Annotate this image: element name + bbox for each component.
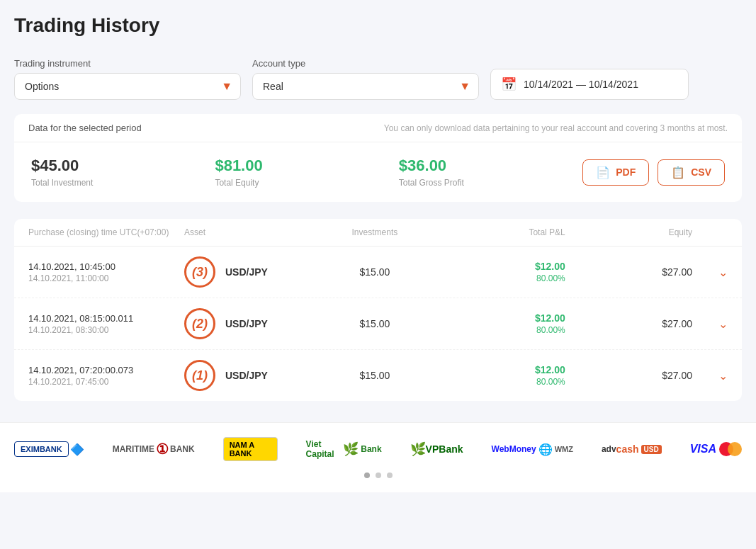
trading-instrument-select-wrapper[interactable]: Options ▼ bbox=[14, 73, 241, 100]
expand-cell-3[interactable]: ⌄ bbox=[692, 266, 728, 279]
expand-cell-2[interactable]: ⌄ bbox=[692, 317, 728, 331]
time-cell-2: 14.10.2021, 08:15:00.011 14.10.2021, 08:… bbox=[28, 313, 184, 335]
page-title: Trading History bbox=[14, 14, 742, 37]
pl-value-1: $12.00 bbox=[535, 364, 565, 375]
carousel-dot-3[interactable] bbox=[387, 472, 393, 478]
pl-pct-2: 80.00% bbox=[536, 325, 565, 335]
summary-header-note: You can only download data pertaining to… bbox=[384, 123, 728, 133]
table-row: 14.10.2021, 07:20:00.073 14.10.2021, 07:… bbox=[14, 350, 742, 401]
time-cell-3: 14.10.2021, 10:45:00 14.10.2021, 11:00:0… bbox=[28, 261, 184, 283]
total-equity-value: $81.00 bbox=[215, 157, 398, 175]
summary-header: Data for the selected period You can onl… bbox=[14, 114, 742, 142]
date-range-picker[interactable]: 📅 10/14/2021 — 10/14/2021 bbox=[490, 69, 689, 100]
pl-value-2: $12.00 bbox=[535, 312, 565, 324]
asset-name-1: USD/JPY bbox=[225, 370, 268, 381]
equity-cell-1: $27.00 bbox=[565, 370, 692, 381]
vpbank-logo: 🌿 VPBank bbox=[410, 441, 463, 457]
asset-name-3: USD/JPY bbox=[225, 266, 268, 278]
equity-cell-3: $27.00 bbox=[565, 266, 692, 278]
date-range-text: 10/14/2021 — 10/14/2021 bbox=[524, 79, 638, 90]
pl-pct-3: 80.00% bbox=[536, 273, 565, 283]
namabank-logo: NAM A BANK bbox=[223, 437, 278, 461]
vpbank-leaf-icon: 🌿 bbox=[410, 441, 426, 457]
account-type-label: Account type bbox=[252, 58, 479, 69]
visa-mastercard-logo: VISA bbox=[690, 442, 742, 456]
payment-logos: EXIMBANK 🔷 MARITIME ① BANK NAM A BANK Vi… bbox=[14, 437, 742, 461]
maritime-icon: ① bbox=[156, 441, 169, 458]
col-time: Purchase (closing) time UTC(+07:00) bbox=[28, 227, 184, 237]
asset-cell-1: (1) USD/JPY bbox=[184, 360, 311, 391]
table-header: Purchase (closing) time UTC(+07:00) Asse… bbox=[14, 219, 742, 247]
time-close-1: 14.10.2021, 07:45:00 bbox=[28, 377, 184, 387]
carousel-dots bbox=[14, 472, 742, 478]
total-investment-label: Total Investment bbox=[31, 178, 215, 188]
calendar-icon: 📅 bbox=[501, 77, 517, 92]
time-open-1: 14.10.2021, 07:20:00.073 bbox=[28, 365, 184, 375]
summary-section: Data for the selected period You can onl… bbox=[14, 114, 742, 202]
date-range-filter: 📅 10/14/2021 — 10/14/2021 bbox=[490, 54, 689, 100]
eximbank-icon: 🔷 bbox=[70, 443, 84, 456]
trading-instrument-label: Trading instrument bbox=[14, 58, 241, 69]
summary-body: $45.00 Total Investment $81.00 Total Equ… bbox=[14, 142, 742, 202]
trade-badge-1: (1) bbox=[184, 360, 215, 391]
chevron-down-icon[interactable]: ⌄ bbox=[718, 317, 728, 331]
trade-badge-3: (3) bbox=[184, 256, 215, 288]
time-open-2: 14.10.2021, 08:15:00.011 bbox=[28, 313, 184, 324]
total-gross-profit-metric: $36.00 Total Gross Profit bbox=[399, 157, 582, 188]
trade-badge-2: (2) bbox=[184, 308, 215, 339]
equity-cell-2: $27.00 bbox=[565, 318, 692, 329]
col-expand bbox=[692, 227, 728, 237]
time-cell-1: 14.10.2021, 07:20:00.073 14.10.2021, 07:… bbox=[28, 365, 184, 387]
expand-cell-1[interactable]: ⌄ bbox=[692, 369, 728, 383]
trading-instrument-filter: Trading instrument Options ▼ bbox=[14, 58, 241, 100]
eximbank-logo: EXIMBANK 🔷 bbox=[14, 441, 84, 457]
webmoney-logo: WebMoney 🌐 WMZ bbox=[492, 443, 573, 456]
asset-cell-3: (3) USD/JPY bbox=[184, 256, 311, 288]
webmoney-icon: 🌐 bbox=[538, 443, 553, 456]
export-csv-button[interactable]: 📋 CSV bbox=[658, 159, 725, 186]
total-gross-profit-label: Total Gross Profit bbox=[399, 178, 582, 188]
total-equity-label: Total Equity bbox=[215, 178, 398, 188]
investments-cell-3: $15.00 bbox=[311, 266, 438, 278]
account-type-select-wrapper[interactable]: Real ▼ bbox=[252, 73, 479, 100]
summary-actions: 📄 PDF 📋 CSV bbox=[582, 159, 725, 186]
col-total-pl: Total P&L bbox=[439, 227, 565, 237]
asset-cell-2: (2) USD/JPY bbox=[184, 308, 311, 339]
asset-name-2: USD/JPY bbox=[225, 318, 268, 329]
advcash-usd-badge: USD bbox=[641, 445, 662, 454]
pl-pct-1: 80.00% bbox=[536, 377, 565, 387]
filters-row: Trading instrument Options ▼ Account typ… bbox=[14, 54, 742, 100]
vietcapital-logo: Viet Capital 🌿 Bank bbox=[306, 439, 382, 459]
investments-cell-2: $15.00 bbox=[311, 318, 438, 329]
carousel-dot-1[interactable] bbox=[364, 472, 370, 478]
time-close-3: 14.10.2021, 11:00:00 bbox=[28, 273, 184, 283]
visa-logo: VISA bbox=[690, 443, 716, 455]
time-open-3: 14.10.2021, 10:45:00 bbox=[28, 261, 184, 272]
pl-cell-3: $12.00 80.00% bbox=[439, 261, 565, 283]
account-type-select[interactable]: Real bbox=[252, 73, 479, 100]
csv-icon: 📋 bbox=[671, 166, 685, 179]
col-asset: Asset bbox=[184, 227, 311, 237]
total-gross-profit-value: $36.00 bbox=[399, 157, 582, 175]
col-investments: Investments bbox=[311, 227, 438, 237]
pl-cell-1: $12.00 80.00% bbox=[439, 364, 565, 387]
trading-instrument-select[interactable]: Options bbox=[14, 73, 241, 100]
col-equity: Equity bbox=[565, 227, 692, 237]
account-type-filter: Account type Real ▼ bbox=[252, 58, 479, 100]
table-section: Purchase (closing) time UTC(+07:00) Asse… bbox=[14, 219, 742, 401]
table-row: 14.10.2021, 10:45:00 14.10.2021, 11:00:0… bbox=[14, 247, 742, 298]
vietcapital-icon: 🌿 bbox=[343, 441, 359, 457]
chevron-down-icon[interactable]: ⌄ bbox=[718, 266, 728, 279]
chevron-down-icon[interactable]: ⌄ bbox=[718, 369, 728, 383]
pdf-icon: 📄 bbox=[596, 166, 610, 179]
carousel-dot-2[interactable] bbox=[376, 472, 381, 478]
total-equity-metric: $81.00 Total Equity bbox=[215, 157, 398, 188]
footer: EXIMBANK 🔷 MARITIME ① BANK NAM A BANK Vi… bbox=[0, 422, 756, 492]
summary-header-text: Data for the selected period bbox=[28, 123, 142, 133]
advcash-logo: adv cash USD bbox=[602, 443, 662, 455]
mastercard-logo bbox=[719, 442, 742, 456]
total-investment-metric: $45.00 Total Investment bbox=[31, 157, 215, 188]
total-investment-value: $45.00 bbox=[31, 157, 215, 175]
table-row: 14.10.2021, 08:15:00.011 14.10.2021, 08:… bbox=[14, 298, 742, 350]
export-pdf-button[interactable]: 📄 PDF bbox=[582, 159, 649, 186]
